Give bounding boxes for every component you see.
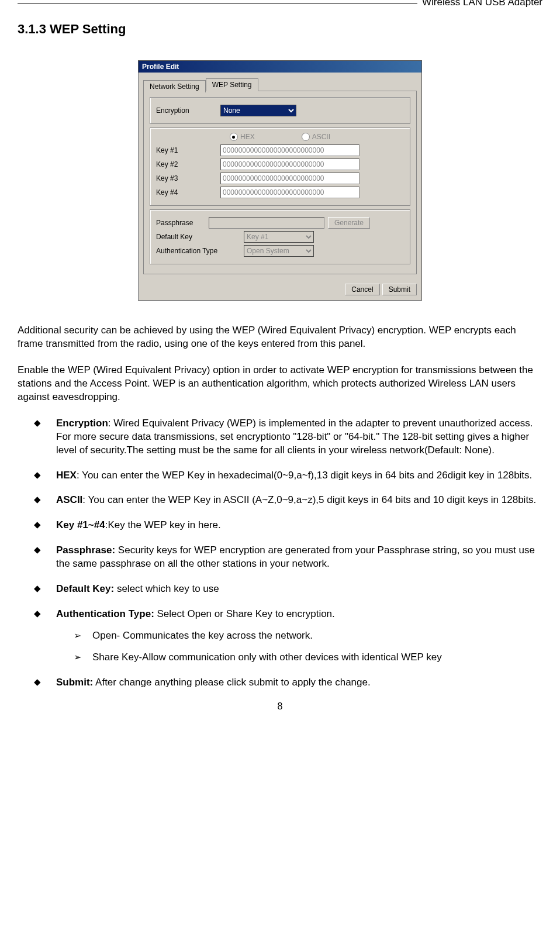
key1-input[interactable] [220,144,359,156]
tab-wep-setting[interactable]: WEP Setting [206,78,258,91]
bullet-passphrase: Passphrase: Security keys for WEP encryp… [41,544,542,571]
authtype-label: Authentication Type [156,247,244,255]
bullet-hex: HEX: You can enter the WEP Key in hexade… [41,469,542,482]
paragraph-2: Enable the WEP (Wired Equivalent Privacy… [18,364,542,404]
key1-label: Key #1 [156,146,220,154]
radio-dot-icon [302,133,310,141]
encryption-label: Encryption [156,106,220,115]
defaultkey-select[interactable]: Key #1 [244,231,314,243]
key3-input[interactable] [220,173,359,184]
key4-label: Key #4 [156,188,220,197]
screenshot-figure: Profile Edit Network Setting WEP Setting… [18,60,542,301]
passphrase-label: Passphrase [156,219,209,227]
radio-hex[interactable]: HEX [230,133,255,141]
paragraph-1: Additional security can be achieved by u… [18,324,542,351]
generate-button[interactable]: Generate [328,217,370,229]
tab-network-setting[interactable]: Network Setting [143,80,206,92]
dialog-titlebar: Profile Edit [139,61,421,73]
authtype-select[interactable]: Open System [244,245,314,257]
key4-input[interactable] [220,187,359,198]
bullet-ascii: ASCII: You can enter the WEP Key in ASCI… [41,494,542,507]
passphrase-input[interactable] [209,217,324,229]
header-product: Wireless LAN USB Adapter [417,0,542,8]
radio-ascii[interactable]: ASCII [302,133,330,141]
radio-dot-icon [230,133,238,141]
bullet-key: Key #1~#4:Key the WEP key in here. [41,519,542,532]
key2-label: Key #2 [156,160,220,168]
profile-edit-dialog: Profile Edit Network Setting WEP Setting… [138,60,422,301]
bullet-encryption: Encryption: Wired Equivalent Privacy (WE… [41,417,542,457]
page-number: 8 [18,701,542,712]
encryption-select[interactable]: None [220,105,296,116]
sub-open: Open- Communicates the key across the ne… [74,629,542,643]
cancel-button[interactable]: Cancel [345,284,379,295]
sub-sharekey: Share Key-Allow communication only with … [74,651,542,664]
bullet-submit: Submit: After change anything please cli… [41,676,542,690]
bullet-defaultkey: Default Key: select which key to use [41,583,542,596]
section-heading: 3.1.3 WEP Setting [18,22,542,37]
defaultkey-label: Default Key [156,233,244,241]
submit-button[interactable]: Submit [382,284,417,295]
bullet-authtype: Authentication Type: Select Open or Shar… [41,608,542,664]
key2-input[interactable] [220,158,359,170]
key3-label: Key #3 [156,174,220,182]
